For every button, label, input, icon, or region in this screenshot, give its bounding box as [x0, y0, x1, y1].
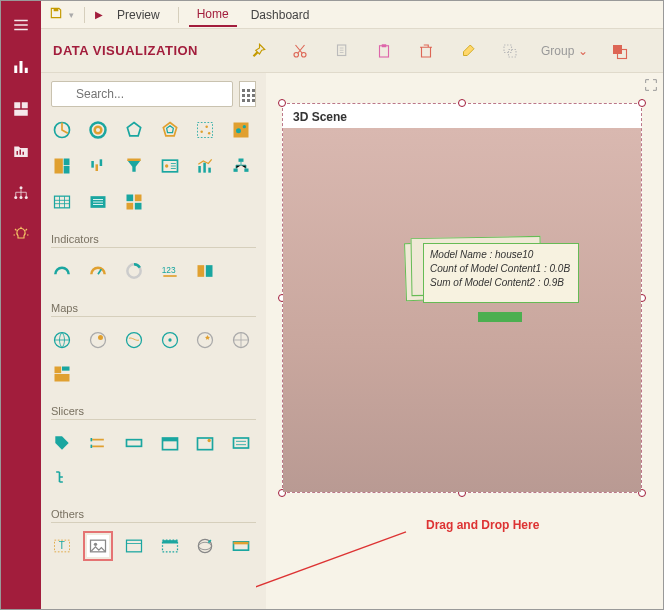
textbox-icon[interactable]: T: [51, 535, 73, 557]
svg-rect-87: [234, 542, 249, 545]
bubble-chart-icon[interactable]: [230, 119, 252, 141]
preview-button[interactable]: Preview: [109, 4, 168, 26]
cut-icon[interactable]: [289, 40, 311, 62]
globe3-icon[interactable]: [159, 329, 181, 351]
svg-rect-3: [14, 102, 20, 108]
svg-rect-27: [198, 123, 213, 138]
pie-chart-icon[interactable]: [51, 119, 73, 141]
globe-pin-icon[interactable]: [87, 329, 109, 351]
card-chart-icon[interactable]: [159, 155, 181, 177]
fullscreen-icon[interactable]: [643, 77, 659, 97]
slicers-grid: [51, 428, 256, 454]
globe2-icon[interactable]: [123, 329, 145, 351]
table-icon[interactable]: [51, 191, 73, 213]
list-icon[interactable]: [87, 191, 109, 213]
combo-chart-icon[interactable]: [194, 155, 216, 177]
funnel-icon[interactable]: [123, 155, 145, 177]
svg-point-29: [206, 125, 209, 128]
hamburger-icon[interactable]: [11, 15, 31, 35]
svg-rect-82: [126, 540, 141, 552]
svg-rect-17: [380, 45, 389, 56]
range-slicer-icon[interactable]: [87, 432, 109, 454]
gauge-icon[interactable]: [51, 260, 73, 282]
resize-handle[interactable]: [638, 99, 646, 107]
menu-bar: ▾ ▶ Preview Home Dashboard: [41, 1, 663, 29]
svg-rect-43: [199, 166, 202, 173]
lightbulb-icon[interactable]: [11, 225, 31, 245]
svg-rect-72: [126, 440, 141, 447]
svg-rect-6: [17, 151, 19, 155]
kpi-card-icon[interactable]: [194, 260, 216, 282]
svg-rect-71: [90, 445, 92, 448]
grid-view-toggle[interactable]: [239, 81, 256, 107]
date-slicer-icon[interactable]: [159, 432, 181, 454]
left-nav-rail: [1, 1, 41, 609]
chart-icon[interactable]: [11, 57, 31, 77]
3d-scene-icon[interactable]: [194, 535, 216, 557]
progress-ring-icon[interactable]: [123, 260, 145, 282]
matrix-icon[interactable]: [123, 191, 145, 213]
save-icon[interactable]: [49, 6, 63, 23]
donut-chart-icon[interactable]: [87, 119, 109, 141]
hierarchy-icon[interactable]: [11, 183, 31, 203]
tree-slicer-icon[interactable]: [51, 466, 73, 488]
paste-icon[interactable]: [373, 40, 395, 62]
panel-icon[interactable]: [159, 535, 181, 557]
delete-icon[interactable]: [415, 40, 437, 62]
page-title: DATA VISUALIZATION: [53, 43, 233, 58]
calendar-slicer-icon[interactable]: [194, 432, 216, 454]
svg-rect-68: [62, 367, 70, 371]
search-input[interactable]: [51, 81, 233, 107]
radar-chart-icon[interactable]: [159, 119, 181, 141]
svg-rect-67: [55, 367, 62, 374]
brush-icon[interactable]: [457, 40, 479, 62]
tooltip-line: Sum of Model Content2 : 0.9B: [430, 276, 572, 290]
group-icon[interactable]: [499, 40, 521, 62]
waterfall-icon[interactable]: [87, 155, 109, 177]
svg-point-25: [90, 123, 105, 138]
container-icon[interactable]: [230, 535, 252, 557]
svg-rect-58: [206, 265, 213, 277]
folder-chart-icon[interactable]: [11, 141, 31, 161]
map-tile-icon[interactable]: [51, 363, 73, 385]
svg-rect-84: [162, 540, 177, 543]
svg-rect-31: [234, 123, 249, 138]
tab-home[interactable]: Home: [189, 3, 237, 27]
overlap-icon[interactable]: [608, 40, 630, 62]
svg-rect-13: [54, 8, 59, 11]
svg-point-9: [20, 186, 23, 189]
svg-text:123: 123: [161, 265, 175, 275]
group-label: Group: [541, 44, 574, 58]
pin-icon[interactable]: [247, 40, 269, 62]
kpi-number-icon[interactable]: 123: [159, 260, 181, 282]
tab-dashboard[interactable]: Dashboard: [243, 4, 318, 26]
org-chart-icon[interactable]: [230, 155, 252, 177]
pentagon-chart-icon[interactable]: [123, 119, 145, 141]
dashboard-icon[interactable]: [11, 99, 31, 119]
tooltip-stack: Mod Cou Sum Model Name : house10 Count o…: [423, 243, 583, 315]
resize-handle[interactable]: [278, 99, 286, 107]
svg-point-65: [198, 333, 213, 348]
tag-icon[interactable]: [51, 432, 73, 454]
image-widget-icon[interactable]: [87, 535, 109, 557]
svg-point-62: [126, 333, 141, 348]
resize-handle[interactable]: [458, 99, 466, 107]
treemap-icon[interactable]: [51, 155, 73, 177]
widget-frame[interactable]: 3D Scene Mod Cou Sum Model Name : house1…: [282, 103, 642, 493]
scatter-chart-icon[interactable]: [194, 119, 216, 141]
list-slicer-icon[interactable]: [230, 432, 252, 454]
design-canvas[interactable]: 3D Scene Mod Cou Sum Model Name : house1…: [266, 73, 663, 609]
3d-scene-viewport[interactable]: Mod Cou Sum Model Name : house10 Count o…: [283, 128, 641, 492]
globe-star-icon[interactable]: [194, 329, 216, 351]
gauge2-icon[interactable]: [87, 260, 109, 282]
text-slicer-icon[interactable]: [123, 432, 145, 454]
svg-rect-70: [90, 438, 92, 441]
globe-grey-icon[interactable]: [230, 329, 252, 351]
group-dropdown[interactable]: Group ⌄: [541, 44, 588, 58]
copy-icon[interactable]: [331, 40, 353, 62]
svg-rect-54: [134, 203, 141, 210]
globe1-icon[interactable]: [51, 329, 73, 351]
toolbar: DATA VISUALIZATION: [41, 29, 663, 73]
save-dropdown-caret[interactable]: ▾: [69, 10, 74, 20]
browser-icon[interactable]: [123, 535, 145, 557]
